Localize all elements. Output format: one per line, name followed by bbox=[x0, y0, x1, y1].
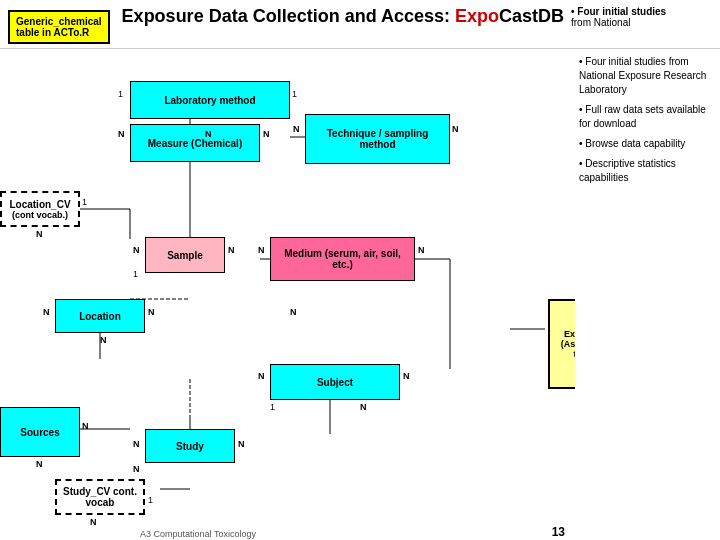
label-n-subj3: N bbox=[360, 402, 367, 412]
footer-institute: A3 Computational Toxicology bbox=[140, 529, 256, 539]
label-n-subj: N bbox=[258, 371, 265, 381]
generic-label2: table in ACTo.R bbox=[16, 27, 89, 38]
label-n-src: N bbox=[82, 421, 89, 431]
subject-box: Subject bbox=[270, 364, 400, 400]
label-n-study: N bbox=[133, 439, 140, 449]
label-1-subj: 1 bbox=[270, 402, 275, 412]
location-box: Location bbox=[55, 299, 145, 333]
subject-label: Subject bbox=[317, 377, 353, 388]
bullet1-line1: Four initial studies bbox=[577, 6, 666, 17]
label-n-medium: N bbox=[258, 245, 265, 255]
right-panel: Four initial studies from National Expos… bbox=[575, 49, 720, 540]
bullet-text-1: Four initial studies from National Expos… bbox=[579, 56, 706, 95]
label-n-sample: N bbox=[133, 245, 140, 255]
bullet-item-3: Browse data capability bbox=[579, 137, 714, 151]
page-title: Exposure Data Collection and Access: Exp… bbox=[122, 6, 567, 27]
generic-label: Generic_chemical bbox=[16, 16, 102, 27]
label-n-measure: N bbox=[118, 129, 125, 139]
sources-box: Sources bbox=[0, 407, 80, 457]
label-n-measure3: N bbox=[205, 129, 212, 139]
label-n-subj2: N bbox=[403, 371, 410, 381]
brand-expo: Expo bbox=[455, 6, 499, 26]
page-number: 13 bbox=[552, 525, 565, 539]
label-n-loc4: N bbox=[290, 307, 297, 317]
label-n-measure2: N bbox=[263, 129, 270, 139]
label-1-studycv: 1 bbox=[148, 495, 153, 505]
technique-box: Technique / sampling method bbox=[305, 114, 450, 164]
exposure-taxonomy-box: Exposure Taxonomy (Assay_ category_ CV t… bbox=[548, 299, 575, 389]
bullet-item-2: Full raw data sets available for downloa… bbox=[579, 103, 714, 131]
brand-db: DB bbox=[538, 6, 564, 26]
measure-label: Measure (Chemical) bbox=[148, 138, 242, 149]
bullet-item-1: Four initial studies from National Expos… bbox=[579, 55, 714, 97]
label-n-loc3: N bbox=[100, 335, 107, 345]
label-1-sample: 1 bbox=[133, 269, 138, 279]
sample-box: Sample bbox=[145, 237, 225, 273]
bullet-item-4: Descriptive statistics capabilities bbox=[579, 157, 714, 185]
technique-label: Technique / sampling method bbox=[308, 128, 447, 150]
bullet-text-3: Browse data capability bbox=[585, 138, 685, 149]
bullet-text-4: Descriptive statistics capabilities bbox=[579, 158, 676, 183]
medium-label: Medium (serum, air, soil, etc.) bbox=[273, 248, 412, 270]
label-n-medium2: N bbox=[418, 245, 425, 255]
study-cv-label: Study_CV cont. vocab bbox=[59, 486, 141, 508]
label-n-tech: N bbox=[293, 124, 300, 134]
laboratory-method-box: Laboratory method bbox=[130, 81, 290, 119]
right-bullets-preview: • Four initial studies from National bbox=[567, 6, 712, 28]
label-n-src2: N bbox=[36, 459, 43, 469]
medium-box: Medium (serum, air, soil, etc.) bbox=[270, 237, 415, 281]
label-1-loccv: 1 bbox=[82, 197, 87, 207]
connector-lines bbox=[0, 49, 575, 540]
label-n-study3: N bbox=[133, 464, 140, 474]
label-1-lab: 1 bbox=[118, 89, 123, 99]
study-box: Study bbox=[145, 429, 235, 463]
bullet-text-2: Full raw data sets available for downloa… bbox=[579, 104, 706, 129]
exposure-taxonomy-label: Exposure Taxonomy (Assay_ category_ CV t… bbox=[552, 329, 575, 359]
header: Generic_chemical table in ACTo.R Exposur… bbox=[0, 0, 720, 49]
generic-chemical-box: Generic_chemical table in ACTo.R bbox=[8, 10, 110, 44]
study-label: Study bbox=[176, 441, 204, 452]
main-area: Laboratory method 1 1 Measure (Chemical)… bbox=[0, 49, 720, 540]
study-cv-box: Study_CV cont. vocab bbox=[55, 479, 145, 515]
measure-box: Measure (Chemical) bbox=[130, 124, 260, 162]
label-n-studycv: N bbox=[90, 517, 97, 527]
diagram-area: Laboratory method 1 1 Measure (Chemical)… bbox=[0, 49, 575, 540]
label-n-study2: N bbox=[238, 439, 245, 449]
location-cv-box: Location_CV (cont vocab.) bbox=[0, 191, 80, 227]
label-n-tech2: N bbox=[452, 124, 459, 134]
label-n-loccv: N bbox=[36, 229, 43, 239]
location-cv-label2: (cont vocab.) bbox=[9, 210, 70, 220]
label-1-lab2: 1 bbox=[292, 89, 297, 99]
bullet1-line2: from National bbox=[571, 17, 630, 28]
laboratory-method-label: Laboratory method bbox=[164, 95, 255, 106]
label-n-loc2: N bbox=[148, 307, 155, 317]
label-n-sample2: N bbox=[228, 245, 235, 255]
bullet-list: Four initial studies from National Expos… bbox=[579, 55, 714, 185]
brand-cast: Cast bbox=[499, 6, 538, 26]
location-label: Location bbox=[79, 311, 121, 322]
label-n-loc: N bbox=[43, 307, 50, 317]
location-cv-label: Location_CV bbox=[9, 199, 70, 210]
sample-label: Sample bbox=[167, 250, 203, 261]
sources-label: Sources bbox=[20, 427, 59, 438]
